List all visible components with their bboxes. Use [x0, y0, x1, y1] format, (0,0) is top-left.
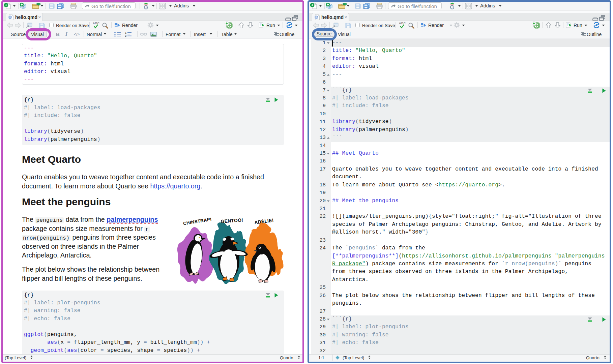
- svg-text:GENTOO!: GENTOO!: [221, 217, 243, 224]
- svg-text:2: 2: [125, 35, 126, 37]
- svg-text:ABC: ABC: [93, 22, 100, 25]
- svg-text:1: 1: [125, 32, 126, 34]
- svg-text:ABC: ABC: [399, 22, 406, 25]
- svg-text:CHINSTRAP!: CHINSTRAP!: [183, 217, 212, 226]
- svg-text:ADÉLIE!: ADÉLIE!: [254, 217, 274, 225]
